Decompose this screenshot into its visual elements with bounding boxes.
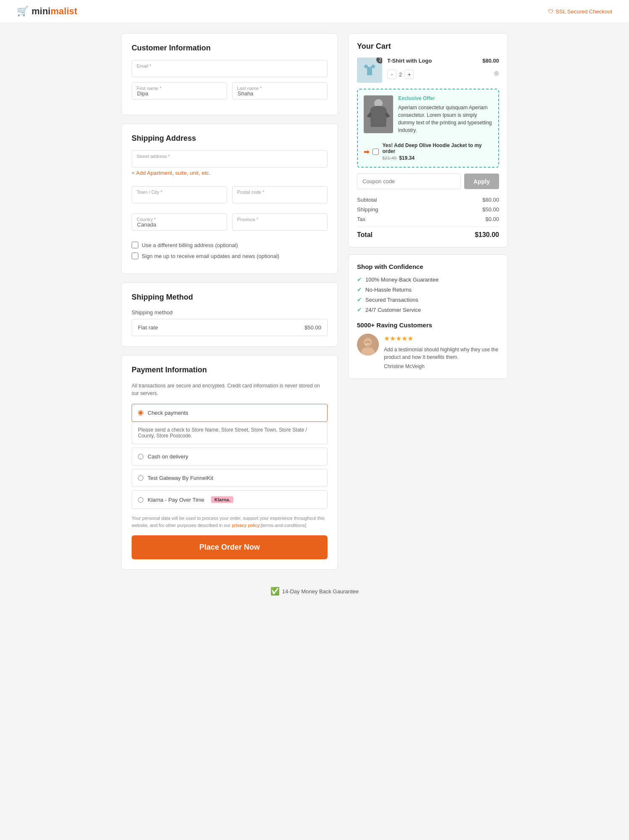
confidence-label-2: No-Hassle Returns <box>365 287 412 293</box>
cart-item: 2 T-Shirt with Logo $80.00 - 2 <box>357 58 499 83</box>
logo: 🛒 minimalist <box>17 6 77 17</box>
cart-section: Your Cart 2 T-Shirt with Logo $80.00 <box>348 33 508 248</box>
testimonial-text: Add a testimonial should highlight why t… <box>384 346 499 361</box>
country-province-row: Country * Province * <box>132 213 328 236</box>
svg-point-2 <box>364 338 372 346</box>
confidence-item-3: ✔ Secured Transactions <box>357 296 499 303</box>
payment-note: All transactions are secure and encrypte… <box>132 382 328 397</box>
shipping-method-card: Shipping Method Shipping method Flat rat… <box>121 282 338 347</box>
cart-item-thumbnail: 2 <box>357 58 382 83</box>
apply-coupon-button[interactable]: Apply <box>464 174 499 189</box>
payment-option-cod[interactable]: Cash on delivery <box>132 448 328 466</box>
signup-checkbox[interactable] <box>132 253 138 259</box>
main-layout: Customer Information Email * First name … <box>113 23 516 580</box>
total-row: Total $130.00 <box>357 231 499 239</box>
payment-radio-check[interactable] <box>138 410 143 416</box>
payment-option-test[interactable]: Test Gateway By FunnelKit <box>132 469 328 487</box>
street-input[interactable] <box>132 150 328 168</box>
payment-label-klarna: Klarna - Pay Over Time <box>148 497 204 503</box>
payment-card: Payment Information All transactions are… <box>121 355 338 570</box>
town-input[interactable] <box>132 186 227 203</box>
last-name-input[interactable] <box>232 82 328 100</box>
email-field-group: Email * <box>132 60 328 77</box>
confidence-title: Shop with Confidence <box>357 263 499 270</box>
payment-radio-klarna[interactable] <box>138 497 143 503</box>
offer-inner: Exclusive Offer Aperiam consectetur quis… <box>364 95 492 138</box>
country-label: Country * <box>137 217 156 222</box>
coupon-input[interactable] <box>357 174 461 189</box>
street-field-group: Street address * <box>132 150 328 168</box>
cart-item-remove-button[interactable]: ⊗ <box>494 69 499 77</box>
postal-field-group: Postal code * <box>232 186 328 203</box>
postal-input[interactable] <box>232 186 328 203</box>
svg-point-4 <box>365 344 367 345</box>
payment-option-check[interactable]: Check payments <box>132 404 328 422</box>
check-icon-2: ✔ <box>357 286 362 293</box>
check-icon-3: ✔ <box>357 296 362 303</box>
cart-item-badge: 2 <box>376 58 382 63</box>
exclusive-offer-box: Exclusive Offer Aperiam consectetur quis… <box>357 89 499 168</box>
offer-thumbnail <box>364 95 393 133</box>
header: 🛒 minimalist 🛡 SSL Secured Checkout <box>0 0 629 23</box>
first-name-input[interactable] <box>132 82 227 100</box>
shipping-row: Shipping $50.00 <box>357 206 499 213</box>
add-apartment-link[interactable]: + Add Apartment, suite, unit, etc. <box>132 170 211 176</box>
email-input[interactable] <box>132 60 328 77</box>
ssl-badge: 🛡 SSL Secured Checkout <box>548 8 612 15</box>
country-input[interactable] <box>132 213 227 231</box>
confidence-item-4: ✔ 24/7 Customer Service <box>357 306 499 313</box>
payment-radio-test[interactable] <box>138 475 143 481</box>
testimonial-stars: ★★★★★ <box>384 334 499 344</box>
check-icon-1: ✔ <box>357 276 362 283</box>
province-input[interactable] <box>232 213 328 231</box>
offer-label: Exclusive Offer <box>398 95 492 101</box>
shipping-method-label: Shipping method <box>132 309 328 316</box>
shipping-value: $50.00 <box>482 206 499 213</box>
first-name-label: First name * <box>137 86 161 91</box>
offer-price-new: $19.34 <box>399 155 415 161</box>
tax-label: Tax <box>357 216 365 222</box>
guarantee-icon: ✅ <box>270 587 280 596</box>
logo-text: minimalist <box>32 6 77 17</box>
cart-item-info: T-Shirt with Logo $80.00 - 2 + ⊗ <box>387 58 499 79</box>
qty-decrease-button[interactable]: - <box>387 70 396 79</box>
place-order-button[interactable]: Place Order Now <box>132 535 328 559</box>
testimonial-name: Christine McVeigh <box>384 363 499 370</box>
qty-controls: - 2 + <box>387 70 414 79</box>
testimonial-section: 5000+ Raving Customers ★★★★★ Add <box>357 321 499 370</box>
offer-pricing: $21.49 $19.34 <box>382 155 492 161</box>
tax-row: Tax $0.00 <box>357 216 499 222</box>
tshirt-icon <box>362 63 377 78</box>
confidence-item-1: ✔ 100% Money-Back Guarantee <box>357 276 499 283</box>
subtotal-row: Subtotal $80.00 <box>357 197 499 203</box>
offer-add-checkbox[interactable] <box>373 148 379 155</box>
country-field-group: Country * <box>132 213 227 231</box>
privacy-link[interactable]: privacy policy <box>232 523 259 528</box>
qty-value: 2 <box>399 71 402 78</box>
offer-text: Aperiam consectetur quisquam Aperiam con… <box>398 104 492 134</box>
qty-increase-button[interactable]: + <box>404 70 414 79</box>
shipping-method-title: Shipping Method <box>132 293 328 302</box>
right-column: Your Cart 2 T-Shirt with Logo $80.00 <box>348 33 508 570</box>
payment-label-check: Check payments <box>148 410 188 416</box>
billing-checkbox-label: Use a different billing address (optiona… <box>142 242 238 248</box>
customer-info-title: Customer Information <box>132 44 328 53</box>
total-label: Total <box>357 231 373 239</box>
flat-rate-label: Flat rate <box>138 324 158 331</box>
billing-checkbox[interactable] <box>132 242 138 248</box>
offer-add-row: ➡ Yes! Add Deep Olive Hoodie Jacket to m… <box>364 142 492 161</box>
shipping-method-option: Flat rate $50.00 <box>132 319 328 336</box>
guarantee-text: 14-Day Money Back Gaurantee <box>282 588 359 595</box>
testimonial-avatar <box>357 334 379 355</box>
name-row: First name * Last name * <box>132 82 328 105</box>
klarna-badge: Klarna. <box>211 496 233 503</box>
payment-option-klarna[interactable]: Klarna - Pay Over Time Klarna. <box>132 490 328 509</box>
billing-checkbox-row: Use a different billing address (optiona… <box>132 242 328 248</box>
signup-checkbox-label: Sign me up to receive email updates and … <box>142 253 279 259</box>
flat-rate-price: $50.00 <box>304 324 321 331</box>
payment-radio-cod[interactable] <box>138 454 143 459</box>
offer-add-text: Yes! Add Deep Olive Hoodie Jacket to my … <box>382 142 492 154</box>
testimonial-title: 5000+ Raving Customers <box>357 321 499 329</box>
footer-guarantee: ✅ 14-Day Money Back Gaurantee <box>0 580 629 603</box>
postal-label: Postal code * <box>237 190 264 195</box>
